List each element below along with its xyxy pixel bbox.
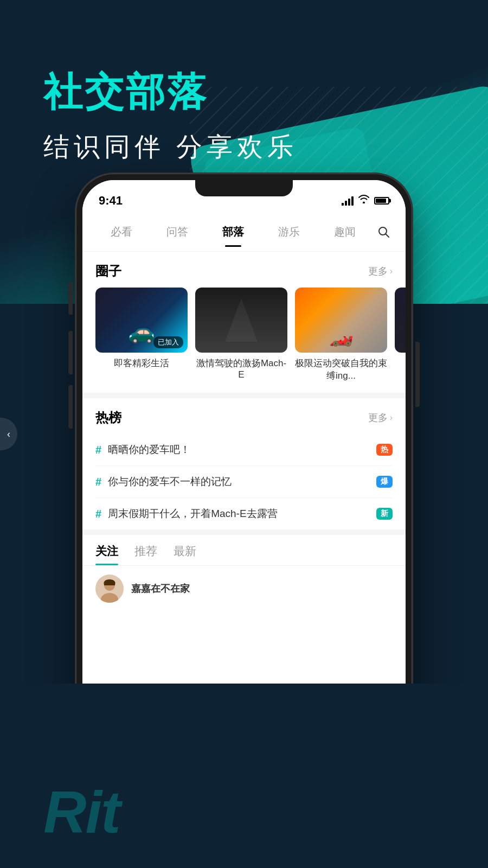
circle-image-4: [395, 288, 406, 353]
main-content: 圈子 更多 › 已加入 即客精彩生活: [82, 252, 406, 611]
hot-text-3: 周末假期干什么，开着Mach-E去露营: [108, 507, 371, 521]
signal-icon: [342, 196, 354, 206]
hot-title: 热榜: [95, 409, 121, 426]
hero-title: 社交部落: [43, 71, 298, 113]
rit-logo-text: Rit: [43, 777, 120, 846]
tab-wenda[interactable]: 问答: [149, 218, 205, 246]
avatar: [95, 575, 124, 603]
sub-tab-tuijian[interactable]: 推荐: [134, 544, 157, 565]
hot-section-header: 热榜 更多 ›: [82, 398, 406, 434]
circle-card-1[interactable]: 已加入 即客精彩生活: [95, 288, 188, 382]
section-divider-1: [82, 393, 406, 398]
circles-more-button[interactable]: 更多 ›: [368, 265, 393, 278]
phone-notch: [195, 180, 293, 196]
circle-image-3: [295, 288, 387, 353]
tab-biikan[interactable]: 必看: [93, 218, 149, 246]
tab-youle[interactable]: 游乐: [261, 218, 317, 246]
tab-buluo[interactable]: 部落: [205, 218, 261, 246]
section-divider-2: [82, 529, 406, 535]
bottom-area: Rit: [0, 684, 488, 868]
circle-card-4: [395, 288, 406, 382]
sub-tab-guanzhu[interactable]: 关注: [95, 544, 118, 565]
circle-card-2[interactable]: 激情驾驶的激扬Mach-E: [195, 288, 287, 382]
hot-text-2: 你与你的爱车不一样的记忆: [108, 475, 371, 489]
hash-icon-3: #: [95, 508, 101, 520]
hot-item-3[interactable]: # 周末假期干什么，开着Mach-E去露营 新: [95, 498, 393, 529]
circles-section-header: 圈子 更多 ›: [82, 252, 406, 288]
hot-list: # 晒晒你的爱车吧！ 热 # 你与你的爱车不一样的记忆 爆 # 周末假期干什么，…: [82, 434, 406, 529]
hot-tag-1: 热: [376, 444, 393, 456]
hot-tag-3: 新: [376, 508, 393, 520]
hot-more-button[interactable]: 更多 ›: [368, 411, 393, 424]
hash-icon-1: #: [95, 444, 101, 456]
post-preview[interactable]: 嘉嘉在不在家: [82, 566, 406, 611]
battery-icon: [374, 197, 389, 205]
circle-badge-1: 已加入: [153, 336, 183, 348]
navigation-tabs: 必看 问答 部落 游乐 趣闻: [82, 213, 406, 252]
circles-row: 已加入 即客精彩生活 激情驾驶的激扬Mach-E 极限运动突破: [82, 288, 406, 393]
circle-name-1: 即客精彩生活: [95, 357, 188, 369]
sub-tabs: 关注 推荐 最新: [82, 535, 406, 566]
hero-section: 社交部落 结识同伴 分享欢乐: [43, 71, 298, 164]
hot-tag-2: 爆: [376, 476, 393, 488]
circle-image-1: 已加入: [95, 288, 188, 353]
status-time: 9:41: [99, 194, 123, 208]
wifi-icon: [358, 195, 370, 206]
power-button: [415, 342, 420, 407]
hot-item-2[interactable]: # 你与你的爱车不一样的记忆 爆: [95, 466, 393, 498]
circle-name-3: 极限运动突破自我的束缚ing...: [295, 357, 387, 382]
edge-arrow[interactable]: ‹: [0, 418, 17, 450]
status-icons: [342, 195, 389, 206]
search-button[interactable]: [373, 226, 395, 238]
circle-name-2: 激情驾驶的激扬Mach-E: [195, 357, 287, 380]
svg-line-1: [386, 234, 389, 237]
tab-quxun[interactable]: 趣闻: [317, 218, 373, 246]
volume-up-button: [68, 331, 73, 374]
volume-down-button: [68, 385, 73, 429]
post-username: 嘉嘉在不在家: [131, 582, 190, 595]
hot-text-1: 晒晒你的爱车吧！: [108, 443, 371, 457]
circles-title: 圈子: [95, 263, 121, 280]
volume-silent-button: [68, 282, 73, 315]
circles-more-chevron: ›: [390, 266, 393, 276]
circle-card-3[interactable]: 极限运动突破自我的束缚ing...: [295, 288, 387, 382]
hero-subtitle: 结识同伴 分享欢乐: [43, 130, 298, 164]
hash-icon-2: #: [95, 476, 101, 488]
hot-more-chevron: ›: [390, 413, 393, 423]
sub-tab-zuixin[interactable]: 最新: [174, 544, 196, 565]
circle-image-2: [195, 288, 287, 353]
hot-item-1[interactable]: # 晒晒你的爱车吧！ 热: [95, 434, 393, 466]
